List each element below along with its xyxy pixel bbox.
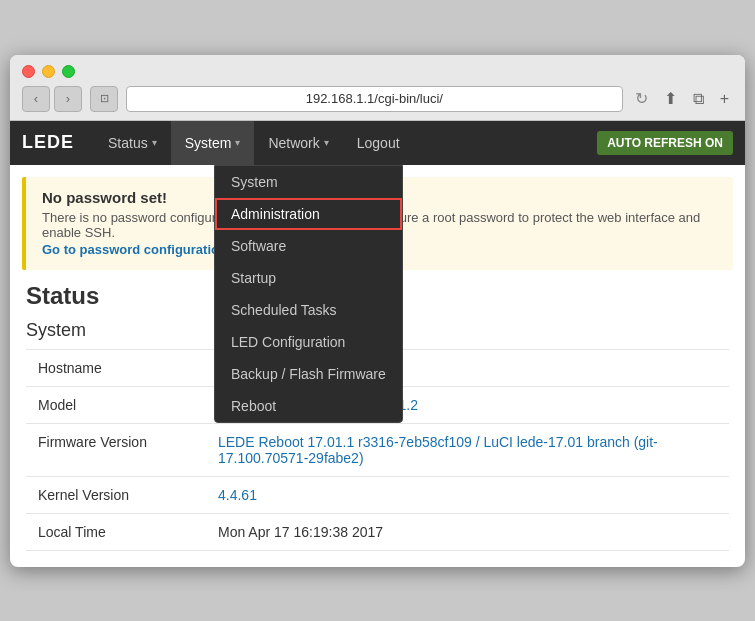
nav-item-logout[interactable]: Logout	[343, 121, 414, 165]
minimize-button[interactable]	[42, 65, 55, 78]
dropdown-item-system[interactable]: System	[215, 166, 402, 198]
maximize-button[interactable]	[62, 65, 75, 78]
nav-label-system: System	[185, 135, 232, 151]
tab-overview-button[interactable]: ⊡	[90, 86, 118, 112]
nav-arrow-network: ▾	[324, 137, 329, 148]
app-logo: LEDE	[22, 132, 74, 153]
nav-arrow-system: ▾	[235, 137, 240, 148]
address-bar[interactable]	[126, 86, 623, 112]
table-row: Kernel Version4.4.61	[26, 476, 729, 513]
row-value: 4.4.61	[206, 476, 729, 513]
nav-item-system[interactable]: System ▾	[171, 121, 255, 165]
nav-label-logout: Logout	[357, 135, 400, 151]
dropdown-item-startup[interactable]: Startup	[215, 262, 402, 294]
browser-chrome: ‹ › ⊡ ↻ ⬆ ⧉ +	[10, 55, 745, 121]
new-tab-button[interactable]: ⧉	[689, 90, 708, 108]
back-button[interactable]: ‹	[22, 86, 50, 112]
dropdown-item-administration[interactable]: Administration	[215, 198, 402, 230]
forward-button[interactable]: ›	[54, 86, 82, 112]
table-row: Firmware VersionLEDE Reboot 17.01.1 r331…	[26, 423, 729, 476]
nav-label-status: Status	[108, 135, 148, 151]
dropdown-item-led-configuration[interactable]: LED Configuration	[215, 326, 402, 358]
row-value: LEDE Reboot 17.01.1 r3316-7eb58cf109 / L…	[206, 423, 729, 476]
close-button[interactable]	[22, 65, 35, 78]
row-label: Hostname	[26, 349, 206, 386]
dropdown-item-reboot[interactable]: Reboot	[215, 390, 402, 422]
row-label: Local Time	[26, 513, 206, 550]
reload-button[interactable]: ↻	[631, 89, 652, 108]
dropdown-item-backup-flash[interactable]: Backup / Flash Firmware	[215, 358, 402, 390]
add-tab-button[interactable]: +	[716, 90, 733, 108]
browser-window: ‹ › ⊡ ↻ ⬆ ⧉ + LEDE Status ▾ System ▾ Net…	[10, 55, 745, 567]
traffic-lights	[22, 65, 733, 78]
nav-items: Status ▾ System ▾ Network ▾ Logout	[94, 121, 414, 165]
dropdown-item-scheduled-tasks[interactable]: Scheduled Tasks	[215, 294, 402, 326]
warning-link[interactable]: Go to password configuration...	[42, 242, 238, 257]
table-row: Local TimeMon Apr 17 16:19:38 2017	[26, 513, 729, 550]
auto-refresh-button[interactable]: AUTO REFRESH ON	[597, 131, 733, 155]
nav-item-network[interactable]: Network ▾	[254, 121, 342, 165]
row-value: Mon Apr 17 16:19:38 2017	[206, 513, 729, 550]
nav-buttons: ‹ ›	[22, 86, 82, 112]
row-label: Firmware Version	[26, 423, 206, 476]
nav-item-status[interactable]: Status ▾	[94, 121, 171, 165]
row-label: Model	[26, 386, 206, 423]
row-label: Kernel Version	[26, 476, 206, 513]
system-dropdown-menu: System Administration Software Startup S…	[214, 165, 403, 423]
browser-toolbar: ‹ › ⊡ ↻ ⬆ ⧉ +	[22, 86, 733, 112]
nav-arrow-status: ▾	[152, 137, 157, 148]
app-nav: LEDE Status ▾ System ▾ Network ▾ Logout …	[10, 121, 745, 165]
share-button[interactable]: ⬆	[660, 89, 681, 108]
dropdown-item-software[interactable]: Software	[215, 230, 402, 262]
nav-label-network: Network	[268, 135, 319, 151]
